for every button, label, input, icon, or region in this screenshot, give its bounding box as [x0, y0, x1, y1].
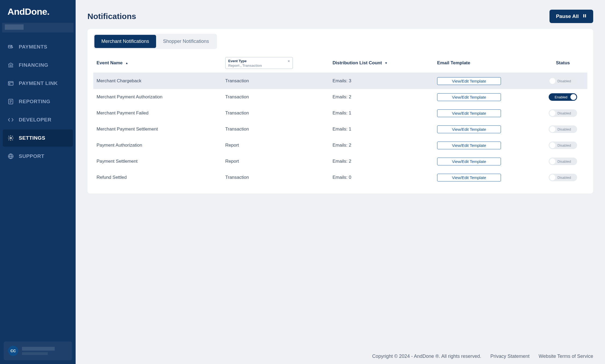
sidebar-item-label: PAYMENT LINK — [19, 80, 58, 86]
table-row: Merchant Payment FailedTransactionEmails… — [93, 105, 587, 121]
status-toggle[interactable]: Disabled — [549, 125, 577, 133]
view-edit-template-button[interactable]: View/Edit Template — [437, 158, 501, 165]
gear-icon — [8, 135, 14, 141]
cell-event-type: Report — [225, 143, 333, 148]
table-row: Payment SettlementReportEmails: 2View/Ed… — [93, 153, 587, 169]
status-toggle[interactable]: Disabled — [549, 77, 577, 85]
cell-event-name: Merchant Chargeback — [97, 78, 225, 84]
tab-merchant-notifications[interactable]: Merchant Notifications — [94, 35, 156, 48]
clear-filter-icon[interactable]: × — [288, 59, 290, 63]
sidebar-item-label: SETTINGS — [19, 135, 45, 141]
table-row: Merchant Payment SettlementTransactionEm… — [93, 121, 587, 137]
terms-link[interactable]: Website Terms of Service — [539, 354, 593, 359]
merchant-selector[interactable] — [2, 23, 73, 32]
pause-all-button[interactable]: Pause All — [549, 10, 593, 23]
sidebar-item-payment-link[interactable]: PAYMENT LINK — [0, 75, 76, 92]
cell-dist-count: Emails: 2 — [333, 143, 437, 148]
view-edit-template-button[interactable]: View/Edit Template — [437, 125, 501, 133]
notifications-panel: Merchant NotificationsShopper Notificati… — [87, 29, 593, 194]
copyright-text: Copyright © 2024 - AndDone ®. All rights… — [372, 354, 481, 359]
event-type-filter[interactable]: Event Type Report , Transaction × — [225, 57, 293, 69]
cell-event-name: Merchant Payment Authorization — [97, 94, 225, 100]
cell-email-template: View/Edit Template — [437, 174, 542, 181]
view-edit-template-button[interactable]: View/Edit Template — [437, 77, 501, 85]
cell-event-name: Refund Settled — [97, 175, 225, 180]
toggle-label: Disabled — [558, 111, 571, 115]
toggle-knob — [549, 142, 555, 148]
avatar: CC — [8, 346, 18, 356]
table-body: Merchant ChargebackTransactionEmails: 3V… — [93, 73, 587, 185]
code-icon — [8, 117, 14, 123]
sidebar-item-label: FINANCING — [19, 62, 48, 68]
cell-status: Disabled — [542, 77, 584, 85]
col-dist-count[interactable]: Distribution List Count ▼ — [333, 60, 437, 66]
toggle-label: Disabled — [558, 143, 571, 147]
sidebar-item-developer[interactable]: DEVELOPER — [0, 111, 76, 128]
footer: Copyright © 2024 - AndDone ®. All rights… — [76, 349, 605, 364]
sidebar-item-reporting[interactable]: REPORTING — [0, 93, 76, 110]
status-toggle[interactable]: Enabled — [549, 93, 577, 101]
cell-dist-count: Emails: 2 — [333, 94, 437, 100]
cell-event-name: Payment Authorization — [97, 143, 225, 148]
toggle-knob — [549, 174, 555, 180]
main-content: Notifications Pause All Merchant Notific… — [76, 0, 605, 364]
sort-asc-icon: ▲ — [125, 61, 128, 65]
status-toggle[interactable]: Disabled — [549, 109, 577, 117]
status-toggle[interactable]: Disabled — [549, 158, 577, 165]
pause-all-label: Pause All — [556, 13, 579, 19]
table-row: Refund SettledTransactionEmails: 0View/E… — [93, 169, 587, 185]
cell-email-template: View/Edit Template — [437, 109, 542, 117]
view-edit-template-button[interactable]: View/Edit Template — [437, 109, 501, 117]
view-edit-template-button[interactable]: View/Edit Template — [437, 174, 501, 181]
cell-event-type: Transaction — [225, 78, 333, 84]
bank-icon — [8, 62, 14, 68]
sidebar-item-financing[interactable]: FINANCING — [0, 57, 76, 74]
toggle-label: Disabled — [558, 176, 571, 180]
col-event-name[interactable]: Event Name ▲ — [97, 60, 225, 66]
view-edit-template-button[interactable]: View/Edit Template — [437, 142, 501, 149]
sidebar-item-label: PAYMENTS — [19, 44, 47, 50]
table-row: Merchant Payment AuthorizationTransactio… — [93, 89, 587, 105]
cell-dist-count: Emails: 0 — [333, 175, 437, 180]
cell-status: Enabled — [542, 93, 584, 101]
cell-event-type: Transaction — [225, 94, 333, 100]
cell-status: Disabled — [542, 158, 584, 165]
status-toggle[interactable]: Disabled — [549, 142, 577, 149]
sort-desc-icon: ▼ — [385, 61, 388, 65]
cell-event-type: Transaction — [225, 110, 333, 116]
user-card[interactable]: CC — [4, 341, 72, 360]
svg-rect-1 — [8, 81, 13, 85]
tab-shopper-notifications[interactable]: Shopper Notifications — [156, 35, 216, 48]
view-edit-template-button[interactable]: View/Edit Template — [437, 93, 501, 101]
toggle-label: Disabled — [558, 159, 571, 164]
table-header: Event Name ▲ Event Type Report , Transac… — [93, 57, 587, 73]
sidebar-item-settings[interactable]: SETTINGS — [3, 129, 73, 147]
sidebar-item-support[interactable]: SUPPORT — [0, 148, 76, 165]
col-status: Status — [542, 60, 584, 66]
table-row: Merchant ChargebackTransactionEmails: 3V… — [93, 73, 587, 89]
status-toggle[interactable]: Disabled — [549, 174, 577, 181]
toggle-label: Disabled — [558, 127, 571, 131]
toggle-knob — [549, 126, 555, 132]
cell-dist-count: Emails: 1 — [333, 110, 437, 116]
col-email-template: Email Template — [437, 60, 542, 66]
cell-event-name: Merchant Payment Settlement — [97, 127, 225, 132]
sidebar-item-payments[interactable]: PAYMENTS — [0, 38, 76, 55]
sidebar-item-label: SUPPORT — [19, 153, 44, 159]
privacy-link[interactable]: Privacy Statement — [490, 354, 530, 359]
col-event-type[interactable]: Event Type Report , Transaction × — [225, 57, 333, 69]
cell-status: Disabled — [542, 174, 584, 181]
cell-status: Disabled — [542, 142, 584, 149]
cell-email-template: View/Edit Template — [437, 142, 542, 149]
cell-event-name: Payment Settlement — [97, 159, 225, 164]
toggle-label: Disabled — [558, 79, 571, 83]
cell-email-template: View/Edit Template — [437, 93, 542, 101]
cell-dist-count: Emails: 3 — [333, 78, 437, 84]
card-sync-icon — [8, 44, 14, 50]
page-header: Notifications Pause All — [76, 0, 605, 29]
svg-rect-6 — [583, 14, 584, 17]
sidebar: AndDone. PAYMENTSFINANCINGPAYMENT LINKRE… — [0, 0, 76, 364]
toggle-knob — [549, 158, 555, 164]
brand-logo: AndDone. — [0, 0, 76, 22]
toggle-knob — [549, 78, 555, 84]
